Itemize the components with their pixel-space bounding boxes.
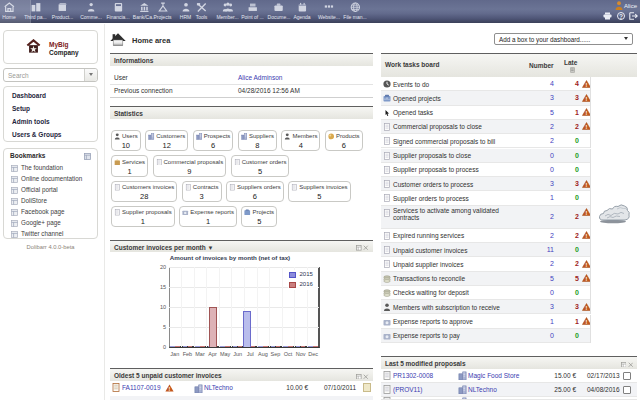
svg-text:!: ! — [586, 81, 588, 87]
svg-text:!: ! — [586, 181, 588, 187]
svg-text:!: ! — [586, 304, 588, 310]
svg-text:!: ! — [586, 233, 588, 239]
svg-text:!: ! — [586, 210, 588, 216]
svg-text:!: ! — [169, 386, 171, 392]
svg-text:!: ! — [586, 262, 588, 268]
svg-text:!: ! — [586, 124, 588, 130]
svg-text:!: ! — [586, 110, 588, 116]
svg-text:!: ! — [586, 276, 588, 282]
svg-text:!: ! — [586, 96, 588, 102]
svg-text:!: ! — [586, 319, 588, 325]
